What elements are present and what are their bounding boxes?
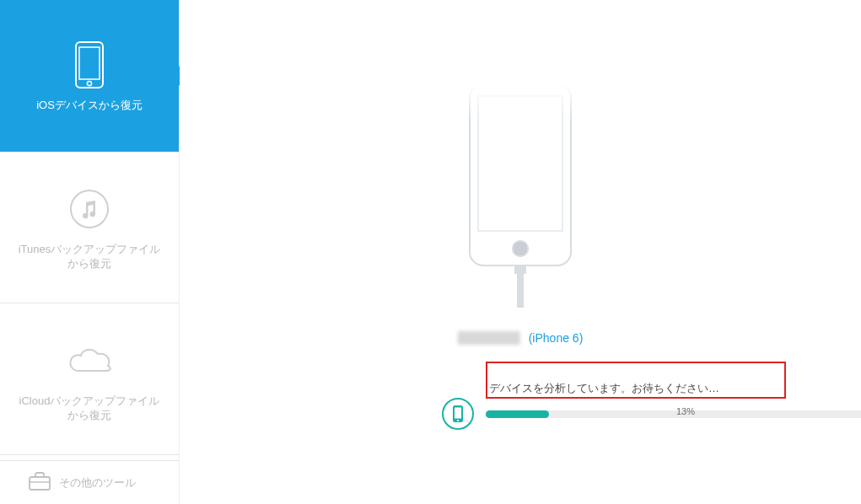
svg-rect-1	[79, 47, 100, 79]
main-panel: (iPhone 6) デバイスを分析しています。お待ちください… 13% 停止	[180, 0, 861, 504]
svg-point-8	[512, 240, 529, 257]
svg-point-2	[87, 81, 91, 85]
progress-percent-label: 13%	[676, 406, 695, 416]
sidebar-item-ios-device[interactable]: iOSデバイスから復元	[0, 0, 179, 152]
cloud-icon	[64, 335, 115, 386]
device-name-redacted	[458, 331, 520, 345]
music-note-icon	[69, 184, 110, 234]
progress-row	[442, 398, 861, 430]
sidebar-item-itunes-backup[interactable]: iTunesバックアップファイルから復元	[0, 152, 179, 303]
progress-phone-icon	[442, 398, 474, 430]
sidebar-tools[interactable]: その他のツール	[0, 460, 179, 504]
toolbox-icon	[29, 472, 51, 493]
sidebar-item-label: iTunesバックアップファイルから復元	[8, 243, 170, 271]
device-label-row: (iPhone 6)	[458, 331, 584, 345]
svg-rect-4	[30, 477, 50, 490]
device-illustration	[461, 84, 579, 314]
progress-bar	[486, 410, 861, 418]
svg-rect-14	[455, 408, 461, 419]
device-model: (iPhone 6)	[529, 331, 584, 345]
sidebar-item-label: iOSデバイスから復元	[28, 99, 151, 113]
phone-icon	[75, 40, 104, 90]
svg-point-3	[71, 190, 108, 228]
sidebar: iOSデバイスから復元 iTunesバックアップファイルから復元 iCloudバ…	[0, 0, 180, 504]
svg-rect-12	[461, 84, 579, 177]
svg-point-15	[457, 420, 459, 421]
sidebar-tools-label: その他のツール	[59, 475, 136, 491]
sidebar-item-icloud-backup[interactable]: iCloudバックアップファイルから復元	[0, 303, 179, 455]
svg-rect-10	[514, 265, 526, 274]
progress-fill	[486, 410, 549, 418]
status-text: デバイスを分析しています。お待ちください…	[489, 381, 719, 396]
svg-rect-11	[517, 274, 524, 308]
sidebar-item-label: iCloudバックアップファイルから復元	[8, 394, 170, 423]
